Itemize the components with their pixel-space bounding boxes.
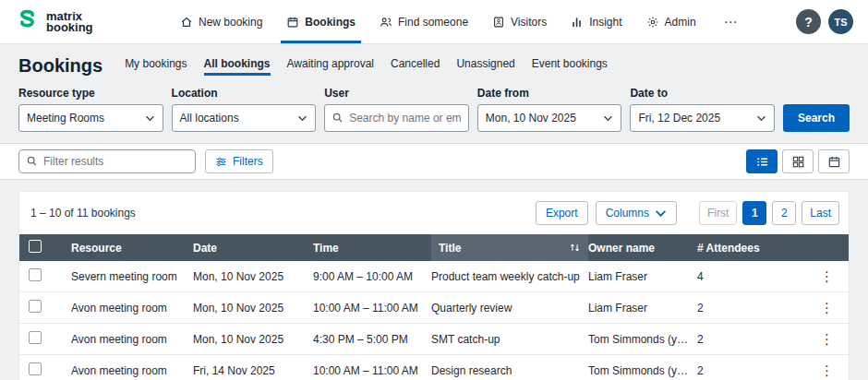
tab-awaiting-approval[interactable]: Awaiting approval (287, 57, 375, 76)
resource-type-label: Resource type (18, 87, 163, 100)
table-row[interactable]: Avon meeting room Fri, 14 Nov 2025 10:00… (19, 355, 849, 380)
brand-name: matrix booking (46, 11, 93, 33)
home-icon (180, 16, 193, 29)
gear-icon (646, 16, 659, 29)
cell-attendees: 2 (697, 302, 782, 315)
cell-title: Product team weekly catch-up (431, 270, 588, 283)
badge-icon (492, 16, 505, 29)
grid-view-button[interactable] (782, 149, 814, 173)
row-menu-icon[interactable]: ⋮ (814, 300, 841, 316)
pagination-page-1[interactable]: 1 (742, 201, 766, 225)
cell-date: Fri, 14 Nov 2025 (193, 364, 313, 377)
column-header-owner[interactable]: Owner name (588, 242, 697, 255)
table-header-row: Resource Date Time Title Owner name # At… (19, 234, 849, 261)
nav-visitors[interactable]: Visitors (492, 0, 547, 43)
chevron-down-icon (655, 208, 667, 220)
cell-owner: Liam Fraser (588, 302, 697, 315)
nav-more-button[interactable]: ⋯ (720, 0, 742, 43)
row-checkbox[interactable] (29, 268, 42, 281)
export-button[interactable]: Export (536, 201, 588, 225)
nav-insight[interactable]: Insight (571, 0, 621, 43)
cell-date: Mon, 10 Nov 2025 (193, 302, 313, 315)
sort-icon (569, 242, 581, 254)
cell-date: Mon, 10 Nov 2025 (193, 270, 313, 283)
table-row[interactable]: Avon meeting room Mon, 10 Nov 2025 4:30 … (19, 324, 849, 355)
column-header-title[interactable]: Title (431, 234, 588, 261)
cell-resource: Severn meeting room (71, 270, 193, 283)
date-from-label: Date from (477, 87, 622, 100)
row-menu-icon[interactable]: ⋮ (814, 362, 841, 379)
pagination-first[interactable]: First (699, 201, 737, 225)
nav-find-someone[interactable]: Find someone (380, 0, 468, 43)
table-row[interactable]: Avon meeting room Mon, 10 Nov 2025 10:00… (19, 292, 849, 324)
row-menu-icon[interactable]: ⋮ (814, 268, 841, 285)
row-checkbox[interactable] (29, 331, 42, 344)
results-section: 1 – 10 of 11 bookings Export Columns Fir… (0, 180, 868, 380)
resource-type-select[interactable]: Meeting Rooms (18, 104, 163, 132)
select-all-checkbox[interactable] (29, 240, 42, 253)
table-row[interactable]: Severn meeting room Mon, 10 Nov 2025 9:0… (19, 261, 849, 292)
brand-logo[interactable]: matrix booking (15, 8, 93, 36)
cell-time: 10:00 AM – 11:00 AM (313, 364, 431, 377)
date-to-label: Date to (630, 87, 775, 100)
grid-view-icon (791, 155, 805, 169)
cell-attendees: 2 (697, 333, 782, 346)
cell-title: Quarterly review (431, 302, 588, 315)
chevron-down-icon (756, 112, 766, 125)
tab-my-bookings[interactable]: My bookings (125, 57, 187, 76)
cell-title: Design research (431, 364, 588, 377)
people-icon (380, 16, 392, 29)
date-to-select[interactable]: Fri, 12 Dec 2025 (630, 104, 775, 132)
calendar-view-button[interactable] (818, 149, 850, 173)
search-icon (332, 112, 344, 124)
row-checkbox[interactable] (29, 362, 42, 375)
column-header-time[interactable]: Time (313, 242, 431, 255)
cell-attendees: 2 (697, 364, 782, 377)
user-label: User (324, 87, 469, 100)
calendar-icon (286, 16, 299, 29)
tab-event-bookings[interactable]: Event bookings (532, 57, 608, 76)
help-button[interactable]: ? (796, 9, 821, 34)
columns-button[interactable]: Columns (596, 201, 677, 225)
pagination-last[interactable]: Last (802, 201, 839, 225)
top-navigation-bar: matrix booking New booking Bookings Find… (0, 0, 868, 44)
user-avatar[interactable]: TS (828, 9, 853, 34)
cell-title: SMT catch-up (431, 333, 588, 346)
column-header-attendees[interactable]: # Attendees (697, 242, 782, 255)
cell-resource: Avon meeting room (71, 302, 193, 315)
page-title: Bookings (18, 55, 102, 76)
cell-time: 9:00 AM – 10:00 AM (313, 270, 431, 283)
location-select[interactable]: All locations (172, 104, 317, 132)
results-summary: 1 – 10 of 11 bookings (29, 207, 136, 220)
filter-results-bar: Filters (0, 143, 868, 180)
cell-time: 4:30 PM – 5:00 PM (313, 333, 431, 346)
row-checkbox[interactable] (29, 300, 42, 313)
app-root: matrix booking New booking Bookings Find… (0, 0, 868, 380)
chevron-down-icon (297, 112, 307, 125)
date-from-select[interactable]: Mon, 10 Nov 2025 (477, 104, 622, 132)
list-view-icon (755, 155, 769, 169)
sliders-icon (215, 156, 227, 168)
column-header-date[interactable]: Date (193, 242, 313, 255)
column-header-resource[interactable]: Resource (71, 242, 193, 255)
list-view-button[interactable] (746, 149, 778, 173)
nav-new-booking[interactable]: New booking (180, 0, 262, 43)
search-button[interactable]: Search (783, 104, 850, 132)
tab-cancelled[interactable]: Cancelled (391, 57, 440, 76)
main-nav: New booking Bookings Find someone Visito… (127, 0, 796, 43)
tab-unassigned[interactable]: Unassigned (456, 57, 514, 76)
bookings-card: 1 – 10 of 11 bookings Export Columns Fir… (18, 191, 850, 380)
nav-bookings[interactable]: Bookings (286, 0, 356, 43)
cell-resource: Avon meeting room (71, 364, 193, 377)
filters-button[interactable]: Filters (205, 149, 273, 173)
pagination-page-2[interactable]: 2 (772, 201, 796, 225)
cell-owner: Tom Simmonds (you) (588, 364, 697, 377)
chevron-down-icon (145, 112, 155, 125)
tab-all-bookings[interactable]: All bookings (204, 57, 271, 76)
matrix-logo-icon (15, 8, 40, 36)
nav-admin[interactable]: Admin (646, 0, 696, 43)
row-menu-icon[interactable]: ⋮ (814, 331, 841, 348)
filter-results-input[interactable] (18, 149, 196, 173)
user-search-input[interactable] (324, 104, 469, 132)
calendar-view-icon (827, 155, 841, 169)
